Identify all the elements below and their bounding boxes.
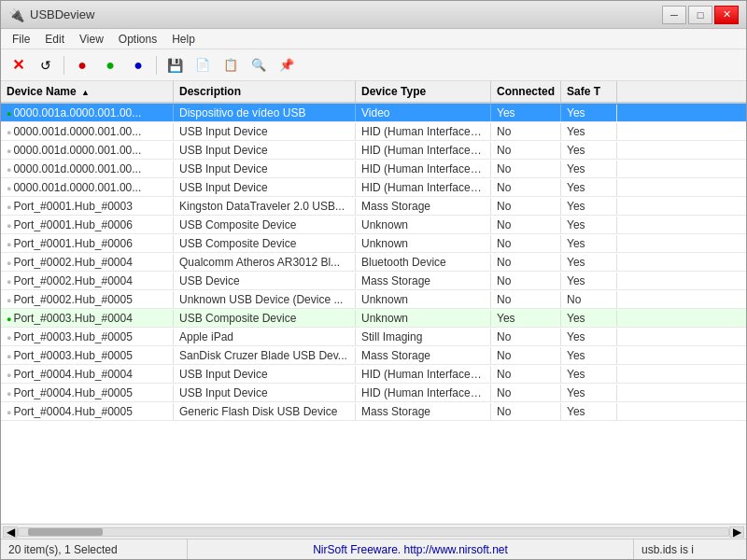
status-usb-ids: usb.ids is i [634,539,746,559]
cell-name: ●Port_#0004.Hub_#0005 [1,385,174,401]
horizontal-scrollbar[interactable]: ◀ ▶ [1,524,746,539]
cell-connected: No [491,161,561,177]
table-row[interactable]: ●Port_#0004.Hub_#0005 USB Input Device H… [1,384,746,402]
cell-type: HID (Human Interface D... [356,123,491,140]
table-row[interactable]: ●0000.001d.0000.001.00... USB Input Devi… [1,160,746,178]
table-row[interactable]: ●0000.001d.0000.001.00... USB Input Devi… [1,122,746,141]
save-button[interactable]: 💾 [162,53,188,77]
device-status-icon: ● [7,259,11,268]
table-row[interactable]: ●0000.001d.0000.001.00... USB Input Devi… [1,141,746,160]
device-status-icon: ● [7,165,11,175]
device-status-icon: ● [7,333,11,343]
maximize-button[interactable]: □ [688,6,712,24]
device-table: Device Name ▲ Description Device Type Co… [1,81,746,524]
menu-bar: File Edit View Options Help [1,29,746,49]
device-status-icon: ● [7,389,11,399]
cell-name: ●Port_#0003.Hub_#0005 [1,347,174,364]
table-row[interactable]: ●Port_#0002.Hub_#0005 Unknown USB Device… [1,290,746,309]
cell-safe: Yes [561,142,617,159]
disconnect-red-button[interactable]: ● [69,53,95,77]
toolbar: ✕ ↺ ● ● ● 💾 📄 📋 🔍 📌 [1,49,746,81]
scroll-left-btn[interactable]: ◀ [3,526,18,538]
cell-safe: Yes [561,105,617,121]
menu-options[interactable]: Options [111,31,164,48]
col-header-type[interactable]: Device Type [356,81,491,102]
cell-safe: Yes [561,123,617,140]
cell-desc: USB Input Device [174,366,356,383]
cell-type: Still Imaging [356,329,491,345]
menu-help[interactable]: Help [164,31,203,48]
cell-desc: USB Composite Device [174,235,356,252]
cell-type: Mass Storage [356,403,491,420]
cell-type: Mass Storage [356,198,491,215]
table-row[interactable]: ●Port_#0003.Hub_#0004 USB Composite Devi… [1,309,746,328]
cell-connected: No [491,347,561,364]
table-row[interactable]: ●Port_#0001.Hub_#0003 Kingston DataTrave… [1,197,746,216]
col-header-connected[interactable]: Connected [491,81,561,102]
scrollbar-track[interactable] [18,527,729,537]
cell-type: HID (Human Interface D... [356,179,491,196]
device-status-icon: ● [7,240,11,249]
table-row[interactable]: ●Port_#0002.Hub_#0004 USB Device Mass St… [1,272,746,290]
table-row[interactable]: ●Port_#0004.Hub_#0005 Generic Flash Disk… [1,402,746,421]
cell-safe: Yes [561,217,617,233]
menu-view[interactable]: View [72,31,111,48]
device-status-icon: ● [7,408,11,417]
cell-name: ●0000.001d.0000.001.00... [1,123,174,140]
cell-desc: Kingston DataTraveler 2.0 USB... [174,198,356,215]
search-web-button[interactable]: 🔍 [246,53,272,77]
delete-button[interactable]: ✕ [5,53,31,77]
device-status-icon: ● [7,109,11,119]
cell-type: Unknown [356,291,491,308]
cell-connected: No [491,198,561,215]
cell-name: ●Port_#0001.Hub_#0003 [1,198,174,215]
table-header: Device Name ▲ Description Device Type Co… [1,81,746,104]
export-button[interactable]: 📄 [190,53,216,77]
table-row[interactable]: ●Port_#0003.Hub_#0005 SanDisk Cruzer Bla… [1,346,746,365]
col-header-name[interactable]: Device Name ▲ [1,81,174,102]
connect-green-button[interactable]: ● [97,53,123,77]
scroll-right-btn[interactable]: ▶ [729,526,744,538]
table-row[interactable]: ●Port_#0001.Hub_#0006 USB Composite Devi… [1,216,746,234]
title-bar: 🔌 USBDeview ─ □ ✕ [1,1,746,29]
table-row[interactable]: ●Port_#0003.Hub_#0005 Apple iPad Still I… [1,328,746,346]
cell-safe: Yes [561,235,617,252]
table-row[interactable]: ●0000.001a.0000.001.00... Dispositivo de… [1,104,746,122]
cell-desc: Unknown USB Device (Device ... [174,291,356,308]
cell-desc: Dispositivo de vídeo USB [174,105,356,121]
refresh-button[interactable]: ↺ [33,53,59,77]
menu-edit[interactable]: Edit [37,31,72,48]
cell-connected: No [491,385,561,401]
close-button[interactable]: ✕ [714,6,739,24]
table-row[interactable]: ●Port_#0004.Hub_#0004 USB Input Device H… [1,365,746,384]
cell-name: ●Port_#0003.Hub_#0005 [1,329,174,345]
minimize-button[interactable]: ─ [662,6,686,24]
cell-desc: USB Composite Device [174,310,356,327]
copy-button[interactable]: 📋 [218,53,244,77]
cell-desc: USB Input Device [174,385,356,401]
connect-blue-button[interactable]: ● [125,53,151,77]
col-header-safe[interactable]: Safe T [561,81,617,102]
cell-safe: Yes [561,329,617,345]
cell-name: ●0000.001d.0000.001.00... [1,161,174,177]
cell-type: HID (Human Interface D... [356,366,491,383]
status-nirsoft: NirSoft Freeware. http://www.nirsoft.net [188,539,634,559]
main-window: 🔌 USBDeview ─ □ ✕ File Edit View Options… [0,0,747,560]
cell-safe: Yes [561,366,617,383]
table-row[interactable]: ●0000.001d.0000.001.00... USB Input Devi… [1,178,746,197]
cell-connected: No [491,403,561,420]
table-body[interactable]: ●0000.001a.0000.001.00... Dispositivo de… [1,104,746,524]
col-header-desc[interactable]: Description [174,81,356,102]
properties-button[interactable]: 📌 [274,53,300,77]
cell-name: ●Port_#0004.Hub_#0004 [1,366,174,383]
menu-file[interactable]: File [5,31,37,48]
cell-connected: No [491,254,561,271]
cell-safe: Yes [561,310,617,327]
app-icon: 🔌 [8,7,24,22]
scrollbar-thumb[interactable] [28,528,103,536]
device-status-icon: ● [7,203,11,212]
cell-connected: No [491,329,561,345]
table-row[interactable]: ●Port_#0002.Hub_#0004 Qualcomm Atheros A… [1,253,746,272]
table-row[interactable]: ●Port_#0001.Hub_#0006 USB Composite Devi… [1,234,746,253]
cell-type: HID (Human Interface D... [356,161,491,177]
